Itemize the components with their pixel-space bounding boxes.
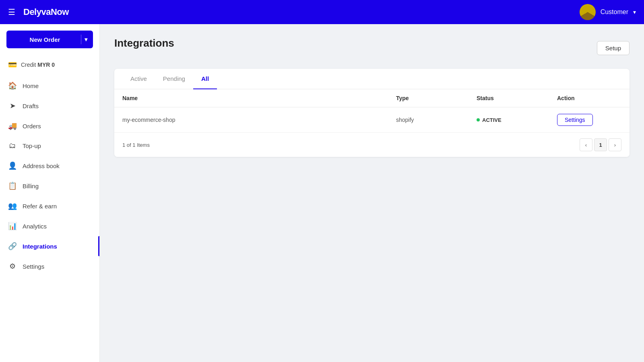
- pagination-prev-button[interactable]: ‹: [580, 138, 592, 151]
- sidebar-item-home[interactable]: 🏠 Home: [0, 76, 99, 96]
- tab-active[interactable]: Active: [122, 69, 155, 89]
- integrations-icon: 🔗: [8, 242, 17, 251]
- page-title: Integrations: [114, 37, 174, 49]
- table-row: my-ecommerce-shop shopify ACTIVE Setting…: [114, 107, 630, 133]
- sidebar-item-refer-earn-label: Refer & earn: [23, 203, 57, 210]
- sidebar-item-billing[interactable]: 📋 Billing: [0, 176, 99, 196]
- col-action: Action: [557, 95, 621, 101]
- sidebar-item-drafts-label: Drafts: [23, 103, 39, 109]
- refer-earn-icon: 👥: [8, 202, 17, 210]
- drafts-icon: ➤: [8, 101, 17, 110]
- sidebar-item-integrations-label: Integrations: [23, 243, 57, 250]
- sidebar-item-drafts[interactable]: ➤ Drafts: [0, 96, 99, 116]
- topnav: ☰ DelyvaNow Customer ▾: [0, 0, 644, 24]
- analytics-icon: 📊: [8, 222, 17, 230]
- sidebar-item-settings[interactable]: ⚙ Settings: [0, 256, 99, 276]
- setup-button[interactable]: Setup: [597, 41, 630, 55]
- sidebar-item-topup-label: Top-up: [23, 142, 41, 149]
- status-label: ACTIVE: [482, 117, 502, 123]
- sidebar-item-settings-label: Settings: [23, 263, 44, 270]
- sidebar-item-refer-earn[interactable]: 👥 Refer & earn: [0, 196, 99, 216]
- sidebar-item-orders-label: Orders: [23, 123, 41, 130]
- sidebar: New Order ▾ 💳 Credit MYR 0 🏠 Home ➤ Draf…: [0, 24, 100, 362]
- hamburger-icon[interactable]: ☰: [8, 7, 15, 17]
- col-type: Type: [396, 95, 477, 101]
- tab-all[interactable]: All: [193, 69, 217, 89]
- new-order-label: New Order: [12, 36, 78, 43]
- sidebar-item-orders[interactable]: 🚚 Orders: [0, 116, 99, 136]
- row-name: my-ecommerce-shop: [122, 117, 396, 123]
- chevron-down-icon: ▾: [633, 9, 636, 15]
- billing-icon: 📋: [8, 181, 17, 190]
- credit-icon: 💳: [8, 60, 17, 69]
- user-menu[interactable]: Customer ▾: [580, 4, 636, 20]
- tab-pending[interactable]: Pending: [155, 69, 193, 89]
- col-status: Status: [477, 95, 557, 101]
- avatar: [580, 4, 596, 20]
- pagination-row: 1 of 1 Items ‹ 1 ›: [114, 133, 630, 157]
- row-settings-button[interactable]: Settings: [557, 114, 593, 126]
- col-name: Name: [122, 95, 396, 101]
- main-content: Integrations Setup Active Pending All Na…: [100, 24, 644, 362]
- pagination-page-1-button[interactable]: 1: [594, 138, 607, 151]
- customer-name: Customer: [601, 8, 628, 16]
- logo: DelyvaNow: [23, 7, 69, 17]
- settings-icon: ⚙: [8, 262, 17, 271]
- address-book-icon: 👤: [8, 161, 17, 170]
- new-order-button[interactable]: New Order ▾: [6, 31, 93, 48]
- sidebar-item-address-book-label: Address book: [23, 162, 60, 169]
- pagination-next-button[interactable]: ›: [609, 138, 621, 151]
- pagination-controls: ‹ 1 ›: [580, 138, 621, 151]
- topup-icon: 🗂: [8, 142, 17, 150]
- home-icon: 🏠: [8, 81, 17, 90]
- status-dot-icon: [477, 118, 480, 121]
- credit-label: Credit MYR 0: [21, 62, 55, 68]
- orders-icon: 🚚: [8, 121, 17, 130]
- row-status: ACTIVE: [477, 117, 557, 123]
- sidebar-item-integrations[interactable]: 🔗 Integrations: [0, 236, 99, 256]
- integrations-card: Active Pending All Name Type Status Acti…: [114, 69, 630, 157]
- pagination-info: 1 of 1 Items: [122, 142, 150, 148]
- new-order-chevron-icon: ▾: [85, 36, 87, 43]
- sidebar-nav: 🏠 Home ➤ Drafts 🚚 Orders 🗂 Top-up 👤 Addr…: [0, 76, 99, 276]
- sidebar-item-home-label: Home: [23, 82, 39, 89]
- row-type: shopify: [396, 117, 477, 123]
- table-header: Name Type Status Action: [114, 89, 630, 107]
- sidebar-item-topup[interactable]: 🗂 Top-up: [0, 136, 99, 156]
- tabs: Active Pending All: [114, 69, 630, 89]
- credit-row: 💳 Credit MYR 0: [0, 56, 99, 76]
- sidebar-item-billing-label: Billing: [23, 183, 39, 189]
- row-action: Settings: [557, 114, 621, 126]
- sidebar-item-address-book[interactable]: 👤 Address book: [0, 156, 99, 176]
- sidebar-item-analytics[interactable]: 📊 Analytics: [0, 216, 99, 236]
- sidebar-item-analytics-label: Analytics: [23, 223, 47, 230]
